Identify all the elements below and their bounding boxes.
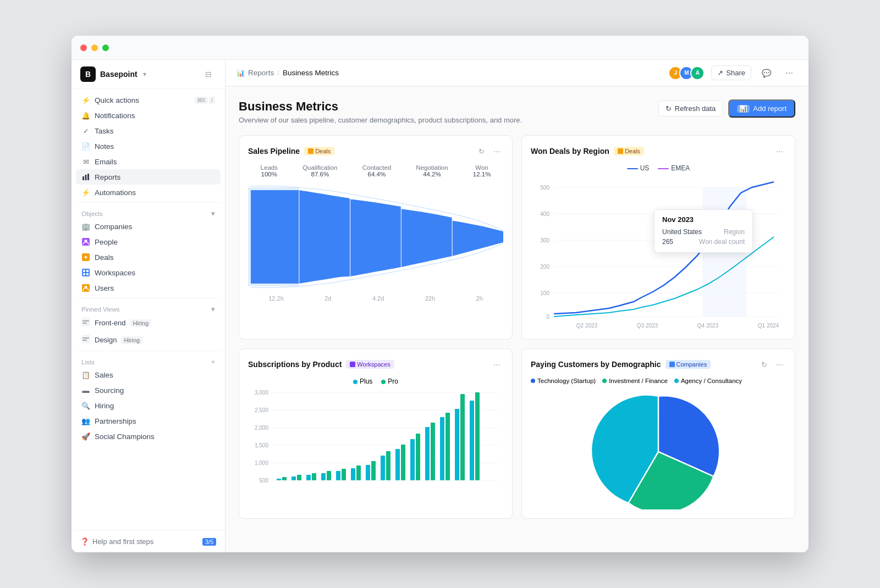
sidebar-item-notes[interactable]: 📄 Notes <box>76 138 221 154</box>
svg-rect-69 <box>371 461 376 480</box>
sidebar-item-automations[interactable]: ⚡ Automations <box>76 185 221 200</box>
svg-rect-58 <box>292 476 296 480</box>
pie-chart-svg <box>587 389 730 509</box>
lists-section-label: Lists + <box>76 353 221 367</box>
svg-text:3,000: 3,000 <box>255 390 268 396</box>
close-dot[interactable] <box>80 45 87 51</box>
hiring-label: Hiring <box>95 402 215 410</box>
sidebar-item-people[interactable]: People <box>76 234 221 249</box>
reports-label: Reports <box>95 173 215 181</box>
svg-rect-77 <box>431 423 435 480</box>
breadcrumb-reports-link[interactable]: Reports <box>248 69 274 77</box>
subscriptions-title: Subscriptions by Product Workspaces <box>248 360 394 369</box>
titlebar <box>72 36 809 60</box>
pie-chart-area <box>531 389 786 509</box>
share-button[interactable]: ↗ Share <box>711 65 751 80</box>
sidebar-header: B Basepoint ▾ ⊟ <box>72 60 225 89</box>
funnel-labels: Leads 100% Qualification 87.6% Contacted… <box>248 164 503 177</box>
app-window: B Basepoint ▾ ⊟ ⚡ Quick actions ⌘K / <box>72 36 809 552</box>
frontend-badge: Hiring <box>130 319 151 327</box>
refresh-data-button[interactable]: ↻ Refresh data <box>658 101 723 117</box>
funnel-times: 12.2h 2d 4.2d 22h 2h <box>248 295 503 302</box>
pinned-collapse-icon[interactable]: ▾ <box>211 305 215 313</box>
svg-rect-59 <box>297 475 301 480</box>
sidebar-item-workspaces[interactable]: Workspaces <box>76 265 221 280</box>
sidebar-item-users[interactable]: Users <box>76 280 221 296</box>
svg-rect-83 <box>475 392 480 480</box>
sidebar-item-notifications[interactable]: 🔔 Notifications <box>76 108 221 123</box>
line-chart-area: 500 400 300 200 100 0 Q2 2023 Q3 2023 Q4… <box>531 176 786 330</box>
svg-rect-61 <box>312 473 316 480</box>
quick-actions-label: Quick actions <box>95 96 190 104</box>
sales-more-icon[interactable]: ⋯ <box>490 145 503 158</box>
page-subtitle: Overview of our sales pipeline, customer… <box>239 116 522 124</box>
nav-divider-2 <box>76 298 221 298</box>
sidebar-item-emails[interactable]: ✉ Emails <box>76 154 221 169</box>
won-deals-more-icon[interactable]: ⋯ <box>773 145 786 158</box>
svg-text:400: 400 <box>540 211 549 217</box>
companies-label: Companies <box>95 223 215 231</box>
line-chart-legend: US EMEA <box>531 164 786 172</box>
paying-customers-badge: Companies <box>666 360 711 369</box>
sidebar-item-companies[interactable]: 🏢 Companies <box>76 219 221 234</box>
sales-label: Sales <box>95 371 215 379</box>
minimize-dot[interactable] <box>91 45 98 51</box>
tooltip-region-row: United States Region <box>662 227 745 237</box>
quick-actions-icon: ⚡ <box>81 96 90 104</box>
paying-refresh-icon[interactable]: ↻ <box>757 358 771 371</box>
maximize-dot[interactable] <box>102 45 109 51</box>
sidebar-item-hiring[interactable]: 🔍 Hiring <box>76 398 221 413</box>
help-item[interactable]: ❓ Help and first steps <box>80 537 153 546</box>
chat-icon-button[interactable]: 💬 <box>758 65 774 81</box>
subscriptions-more-icon[interactable]: ⋯ <box>490 358 503 371</box>
notes-label: Notes <box>95 142 215 151</box>
sidebar-item-partnerships[interactable]: 👥 Partnerships <box>76 413 221 429</box>
svg-rect-14 <box>82 320 89 321</box>
svg-rect-68 <box>366 465 370 480</box>
sidebar-item-design[interactable]: Design Hiring <box>76 331 221 348</box>
sidebar-item-quick-actions[interactable]: ⚡ Quick actions ⌘K / <box>76 92 221 108</box>
sidebar-layout-icon[interactable]: ⊟ <box>201 66 216 82</box>
sales-refresh-icon[interactable]: ↻ <box>475 145 488 158</box>
pie-legend-finance: Investment / Finance <box>602 378 668 384</box>
funnel-time-4: 2h <box>476 295 483 302</box>
legend-emea: EMEA <box>658 164 690 172</box>
sidebar-item-sales[interactable]: 📋 Sales <box>76 367 221 382</box>
svg-rect-70 <box>381 456 385 480</box>
tooltip-region-name: United States <box>662 228 702 236</box>
svg-rect-2 <box>87 174 89 180</box>
svg-rect-65 <box>342 469 346 480</box>
sidebar: B Basepoint ▾ ⊟ ⚡ Quick actions ⌘K / <box>72 60 226 552</box>
sidebar-item-deals[interactable]: Deals <box>76 249 221 265</box>
won-deals-title: Won Deals by Region Deals <box>531 147 644 156</box>
page-title-area: Business Metrics Overview of our sales p… <box>239 99 522 124</box>
svg-rect-9 <box>83 273 85 275</box>
svg-text:500: 500 <box>259 478 268 484</box>
sidebar-item-reports[interactable]: Reports <box>76 169 221 185</box>
add-report-button[interactable]: 📊 Add report <box>728 99 795 118</box>
notes-icon: 📄 <box>81 142 90 151</box>
svg-rect-8 <box>86 270 89 272</box>
paying-more-icon[interactable]: ⋯ <box>773 358 786 371</box>
page-actions: ↻ Refresh data 📊 Add report <box>658 99 795 118</box>
svg-rect-57 <box>282 477 287 480</box>
funnel-chart <box>248 182 503 292</box>
partnerships-label: Partnerships <box>95 417 215 425</box>
won-deals-card: Won Deals by Region Deals ⋯ <box>521 135 795 340</box>
sourcing-icon: ▬ <box>81 386 90 395</box>
sidebar-item-sourcing[interactable]: ▬ Sourcing <box>76 382 221 398</box>
deals-icon <box>81 253 90 262</box>
add-list-icon[interactable]: + <box>211 358 215 366</box>
sidebar-item-social[interactable]: 🚀 Social Champions <box>76 429 221 444</box>
social-icon: 🚀 <box>81 432 90 441</box>
svg-rect-17 <box>82 337 89 339</box>
svg-text:Q1 2024: Q1 2024 <box>758 323 779 329</box>
page-title: Business Metrics <box>239 99 522 114</box>
svg-rect-67 <box>356 465 361 480</box>
partnerships-icon: 👥 <box>81 417 90 425</box>
sidebar-item-frontend[interactable]: Front-end Hiring <box>76 314 221 331</box>
more-options-icon-button[interactable]: ⋯ <box>781 65 798 81</box>
objects-collapse-icon[interactable]: ▾ <box>211 209 215 218</box>
main-content: 📊 Reports / Business Metrics J M A ↗ Sha… <box>226 60 809 552</box>
sidebar-item-tasks[interactable]: ✓ Tasks <box>76 123 221 138</box>
